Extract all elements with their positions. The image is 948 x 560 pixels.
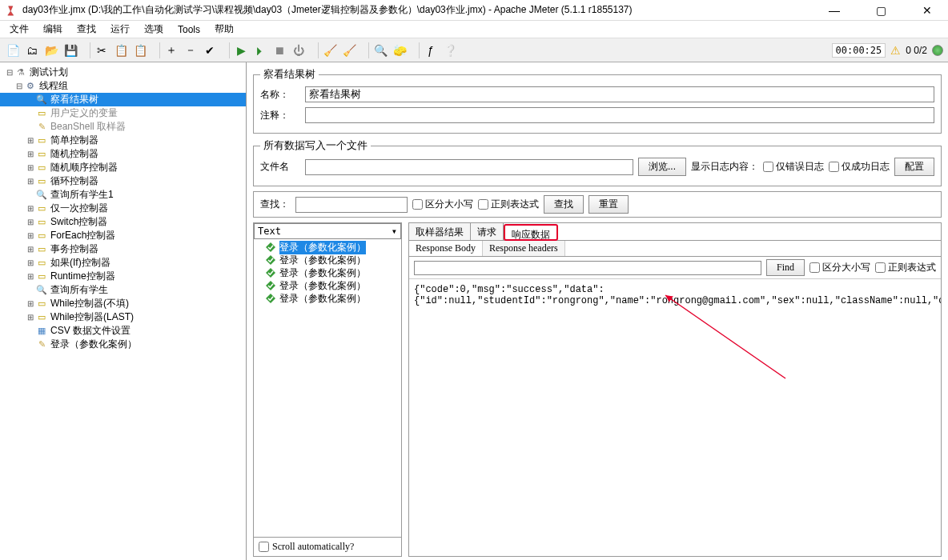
sample-result-list[interactable]: 登录（参数化案例）登录（参数化案例）登录（参数化案例）登录（参数化案例）登录（参… [254, 239, 401, 537]
clear-all-icon[interactable]: 🧹 [341, 42, 357, 58]
tree-node[interactable]: ⊞▭如果(If)控制器 [0, 256, 246, 270]
tree-node[interactable]: ⊟⚗测试计划 [0, 66, 246, 79]
svg-line-0 [665, 295, 785, 378]
tree-node[interactable]: ⊞▭循环控制器 [0, 174, 246, 188]
menu-search[interactable]: 查找 [74, 21, 99, 38]
response-body-text[interactable]: {"code":0,"msg":"success","data":{"id":n… [409, 279, 941, 556]
save-icon[interactable]: 💾 [62, 42, 78, 58]
window-titlebar: day03作业.jmx (D:\我的工作\自动化测试学习\课程视频\day03（… [0, 0, 948, 21]
find-input[interactable] [414, 261, 761, 275]
tree-node[interactable]: ⊞▭随机顺序控制器 [0, 161, 246, 174]
maximize-button[interactable]: ▢ [866, 4, 895, 17]
comment-label: 注释： [260, 109, 300, 122]
new-icon[interactable]: 📄 [5, 42, 21, 58]
success-icon [265, 242, 276, 253]
name-input[interactable] [305, 86, 934, 102]
minimize-button[interactable]: — [820, 4, 849, 17]
search-button[interactable]: 查找 [544, 195, 584, 214]
search-input[interactable] [295, 197, 408, 213]
clear-icon[interactable]: 🧹 [322, 42, 338, 58]
scroll-auto-checkbox[interactable]: Scroll automatically? [254, 537, 401, 556]
start-icon[interactable]: ▶ [233, 42, 249, 58]
regex-checkbox[interactable]: 正则表达式 [478, 198, 539, 211]
toolbar: 📄 🗂 📂 💾 ✂ 📋 📋 ＋ － ✔ ▶ ⏵ ⏹ ⏻ 🧹 🧹 🔍 🧽 ƒ ❔ … [0, 38, 948, 62]
close-button[interactable]: ✕ [913, 4, 942, 17]
tab-request[interactable]: 请求 [471, 223, 504, 240]
warning-icon[interactable]: ⚠ [890, 44, 901, 57]
menu-options[interactable]: 选项 [141, 21, 167, 38]
reset-search-icon[interactable]: 🧽 [392, 42, 408, 58]
find-case-checkbox[interactable]: 区分大小写 [809, 261, 870, 274]
tree-node[interactable]: ⊞▭Runtime控制器 [0, 270, 246, 283]
success-only-checkbox[interactable]: 仅成功日志 [829, 160, 890, 174]
tree-node[interactable]: ▦CSV 数据文件设置 [0, 324, 246, 338]
function-helper-icon[interactable]: ƒ [423, 42, 439, 58]
tree-node[interactable]: ⊞▭仅一次控制器 [0, 202, 246, 215]
tree-node[interactable]: ✎BeanShell 取样器 [0, 120, 246, 134]
menu-edit[interactable]: 编辑 [40, 21, 66, 38]
cut-icon[interactable]: ✂ [94, 42, 110, 58]
open-icon[interactable]: 📂 [43, 42, 59, 58]
find-button[interactable]: Find [766, 259, 805, 276]
tree-node[interactable]: ⊞▭简单控制器 [0, 134, 246, 147]
expand-icon[interactable]: ＋ [163, 42, 179, 58]
shutdown-icon[interactable]: ⏻ [291, 42, 307, 58]
filename-input[interactable] [305, 159, 633, 175]
sample-item[interactable]: 登录（参数化案例） [254, 241, 401, 254]
panel-title: 察看结果树 [260, 67, 319, 82]
tree-node[interactable]: ⊞▭Switch控制器 [0, 215, 246, 229]
tree-node[interactable]: 🔍察看结果树 [0, 93, 246, 106]
search-icon[interactable]: 🔍 [372, 42, 388, 58]
tab-response-data[interactable]: 响应数据 [504, 224, 558, 241]
tree-node[interactable]: ⊟⚙线程组 [0, 79, 246, 93]
menu-file[interactable]: 文件 [6, 21, 32, 38]
copy-icon[interactable]: 📋 [113, 42, 129, 58]
find-regex-checkbox[interactable]: 正则表达式 [875, 261, 936, 274]
subtab-response-body[interactable]: Response Body [409, 241, 483, 256]
tree-node[interactable]: ▭用户定义的变量 [0, 106, 246, 120]
menu-help[interactable]: 帮助 [211, 21, 237, 38]
sample-item[interactable]: 登录（参数化案例） [254, 254, 401, 266]
comment-input[interactable] [305, 107, 934, 123]
elapsed-timer: 00:00:25 [832, 43, 886, 58]
name-label: 名称： [260, 88, 300, 102]
collapse-icon[interactable]: － [183, 42, 199, 58]
tree-node[interactable]: ⊞▭While控制器(LAST) [0, 310, 246, 324]
configure-button[interactable]: 配置 [894, 158, 934, 176]
paste-icon[interactable]: 📋 [132, 42, 148, 58]
case-sensitive-checkbox[interactable]: 区分大小写 [412, 198, 473, 211]
success-icon [265, 254, 276, 266]
tree-node[interactable]: ⊞▭While控制器(不填) [0, 297, 246, 310]
thread-counter: 0 0/2 [906, 45, 927, 56]
subtab-response-headers[interactable]: Response headers [483, 241, 565, 256]
status-indicator-icon [932, 45, 943, 56]
test-plan-tree[interactable]: ⊟⚗测试计划⊟⚙线程组🔍察看结果树▭用户定义的变量✎BeanShell 取样器⊞… [0, 62, 247, 560]
tree-node[interactable]: 🔍查询所有学生 [0, 283, 246, 297]
search-group: 查找： 区分大小写 正则表达式 查找 重置 [253, 191, 942, 218]
sample-item[interactable]: 登录（参数化案例） [254, 292, 401, 305]
browse-button[interactable]: 浏览... [638, 158, 686, 176]
errors-only-checkbox[interactable]: 仅错误日志 [763, 160, 824, 174]
start-no-pause-icon[interactable]: ⏵ [252, 42, 268, 58]
chevron-down-icon: ▾ [392, 226, 397, 237]
listener-header-group: 察看结果树 名称： 注释： [253, 67, 942, 134]
tab-sampler-result[interactable]: 取样器结果 [409, 223, 471, 240]
tree-node[interactable]: ✎登录（参数化案例） [0, 338, 246, 351]
results-right-panel: 取样器结果 请求 响应数据 Response Body Response hea… [408, 222, 942, 557]
tree-node[interactable]: ⊞▭随机控制器 [0, 147, 246, 161]
renderer-select[interactable]: Text▾ [254, 223, 401, 239]
menu-tools[interactable]: Tools [175, 22, 203, 37]
templates-icon[interactable]: 🗂 [24, 42, 40, 58]
tree-node[interactable]: ⊞▭ForEach控制器 [0, 229, 246, 242]
reset-button[interactable]: 重置 [588, 195, 629, 214]
log-content-label: 显示日志内容： [691, 160, 758, 174]
tree-node[interactable]: ⊞▭事务控制器 [0, 242, 246, 256]
tree-node[interactable]: 🔍查询所有学生1 [0, 188, 246, 202]
success-icon [265, 267, 276, 278]
sample-item[interactable]: 登录（参数化案例） [254, 279, 401, 292]
stop-icon[interactable]: ⏹ [271, 42, 287, 58]
sample-item[interactable]: 登录（参数化案例） [254, 266, 401, 279]
toggle-icon[interactable]: ✔ [202, 42, 218, 58]
help-icon[interactable]: ❔ [442, 42, 458, 58]
menu-run[interactable]: 运行 [107, 21, 133, 38]
